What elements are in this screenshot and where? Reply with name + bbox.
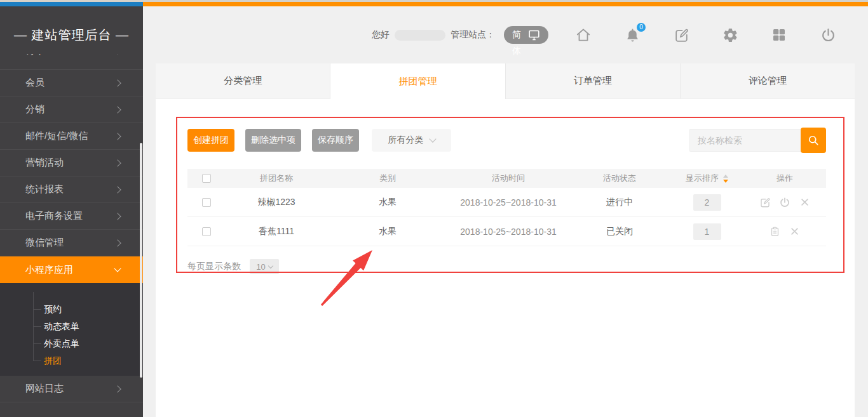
header-icon-group: 0 bbox=[575, 27, 836, 43]
column-header-category: 类别 bbox=[327, 173, 448, 184]
sort-value-field[interactable]: 2 bbox=[693, 194, 721, 211]
sort-value-field[interactable]: 1 bbox=[693, 223, 721, 240]
delete-action-button[interactable] bbox=[789, 226, 801, 237]
greeting-text: 您好 bbox=[372, 29, 390, 41]
close-icon bbox=[790, 227, 799, 236]
tab-label: 订单管理 bbox=[574, 75, 612, 87]
sidebar-subitem-takeout-ordering[interactable]: 外卖点单 bbox=[0, 335, 143, 352]
select-all-checkbox[interactable] bbox=[202, 174, 211, 183]
sidebar-item-reports[interactable]: 统计报表 bbox=[0, 176, 143, 203]
chevron-right-icon bbox=[114, 54, 121, 55]
cell-name: 辣椒1223 bbox=[226, 197, 327, 208]
cell-category: 水果 bbox=[327, 197, 448, 208]
row-checkbox[interactable] bbox=[202, 227, 211, 236]
table-row: 辣椒1223 水果 2018-10-25~2018-10-31 进行中 2 bbox=[187, 188, 826, 217]
sidebar-item-mail-sms-wechat[interactable]: 邮件/短信/微信 bbox=[0, 123, 143, 150]
sidebar-item-label: 营销活动 bbox=[25, 157, 64, 169]
monitor-icon bbox=[528, 30, 540, 41]
table-header-row: 拼团名称 类别 活动时间 活动状态 显示排序 操作 bbox=[187, 169, 826, 188]
language-label: 简 bbox=[512, 29, 521, 41]
tab-groupbuy-management[interactable]: 拼团管理 bbox=[330, 63, 505, 99]
sort-toggle[interactable] bbox=[723, 175, 728, 183]
save-order-button[interactable]: 保存顺序 bbox=[312, 129, 359, 152]
delete-selected-button[interactable]: 删除选中项 bbox=[245, 129, 301, 152]
gear-icon bbox=[722, 27, 738, 43]
page-size-value: 10 bbox=[256, 262, 265, 272]
column-header-status: 活动状态 bbox=[569, 173, 670, 184]
row-checkbox[interactable] bbox=[202, 198, 211, 207]
subitem-label: 拼团 bbox=[44, 355, 62, 366]
sidebar-item-site-logs[interactable]: 网站日志 bbox=[0, 376, 143, 402]
tab-comment-management[interactable]: 评论管理 bbox=[681, 63, 855, 99]
sidebar-item-ecommerce-settings[interactable]: 电子商务设置 bbox=[0, 203, 143, 230]
sidebar-scrollbar[interactable] bbox=[140, 143, 142, 378]
chevron-right-icon bbox=[114, 385, 121, 392]
language-switcher[interactable]: 简 体 bbox=[504, 26, 548, 44]
create-groupbuy-button[interactable]: 创建拼团 bbox=[187, 129, 234, 152]
cell-status: 已关闭 bbox=[569, 226, 670, 237]
toggle-status-action-button[interactable] bbox=[779, 197, 790, 208]
sidebar-item-marketing[interactable]: 营销活动 bbox=[0, 150, 143, 176]
search-group bbox=[689, 128, 826, 153]
sidebar-item-label: 统计报表 bbox=[25, 183, 64, 195]
sidebar-subitem-groupbuy[interactable]: 拼团 bbox=[0, 352, 143, 369]
app-title: — 建站管理后台 — bbox=[0, 6, 143, 44]
pagination-bar: 每页显示条数 10 bbox=[187, 259, 826, 274]
sidebar-item-members[interactable]: 会员 bbox=[0, 70, 143, 96]
select-all-cell bbox=[187, 174, 226, 183]
chevron-down-icon bbox=[114, 265, 121, 272]
copy-action-button[interactable] bbox=[770, 226, 781, 237]
cell-time: 2018-10-25~2018-10-31 bbox=[448, 227, 569, 237]
notifications-button[interactable]: 0 bbox=[624, 27, 641, 43]
language-pill[interactable]: 简 bbox=[504, 26, 548, 44]
sidebar-item-distribution[interactable]: 分销 bbox=[0, 96, 143, 123]
close-icon bbox=[800, 197, 810, 207]
sidebar-item-label: 电子商务设置 bbox=[25, 210, 83, 222]
sort-down-icon bbox=[723, 180, 728, 183]
category-filter-value: 所有分类 bbox=[388, 135, 424, 146]
groupbuy-table: 拼团名称 类别 活动时间 活动状态 显示排序 操作 辣椒1223 水果 2018… bbox=[187, 169, 826, 246]
chevron-right-icon bbox=[114, 159, 121, 166]
cell-actions bbox=[743, 197, 826, 208]
top-bar-blue-segment bbox=[0, 2, 143, 6]
language-label-wrapped: 体 bbox=[512, 46, 521, 57]
apps-button[interactable] bbox=[771, 27, 787, 43]
chevron-right-icon bbox=[114, 133, 121, 140]
sidebar-subitem-booking[interactable]: 预约 bbox=[0, 301, 143, 318]
search-button[interactable] bbox=[801, 128, 826, 153]
page-size-dropdown[interactable]: 10 bbox=[250, 259, 279, 274]
sidebar-item-label: 微信管理 bbox=[25, 237, 64, 249]
sidebar-item-miniprogram-apps[interactable]: 小程序应用 bbox=[0, 256, 143, 283]
top-color-bar bbox=[0, 0, 868, 6]
tab-label: 拼团管理 bbox=[398, 76, 437, 88]
sidebar-item-label: 网站日志 bbox=[25, 383, 64, 395]
toolbar: 创建拼团 删除选中项 保存顺序 所有分类 bbox=[187, 128, 826, 153]
managed-site-label: 管理站点： bbox=[451, 29, 495, 41]
settings-button[interactable] bbox=[722, 27, 738, 43]
logout-button[interactable] bbox=[820, 27, 836, 43]
category-filter-dropdown[interactable]: 所有分类 bbox=[372, 129, 451, 152]
sidebar-item-orders[interactable]: 订单 bbox=[0, 54, 143, 70]
chevron-right-icon bbox=[114, 79, 121, 86]
subitem-label: 预约 bbox=[44, 304, 62, 314]
home-button[interactable] bbox=[575, 27, 592, 43]
edit-action-button[interactable] bbox=[759, 197, 771, 208]
sidebar-item-wechat-management[interactable]: 微信管理 bbox=[0, 230, 143, 256]
cell-sort: 2 bbox=[670, 194, 743, 211]
sidebar-subitem-dynamic-forms[interactable]: 动态表单 bbox=[0, 318, 143, 335]
delete-action-button[interactable] bbox=[799, 197, 810, 208]
tab-category-management[interactable]: 分类管理 bbox=[156, 63, 330, 99]
column-header-name: 拼团名称 bbox=[226, 173, 327, 184]
sidebar-item-label: 订单 bbox=[25, 54, 44, 57]
subitem-label: 动态表单 bbox=[44, 321, 79, 331]
sidebar-nav: 订单 会员 分销 邮件/短信/微信 营销活动 统计报表 电子商务设置 bbox=[0, 54, 143, 402]
compose-button[interactable] bbox=[673, 27, 689, 43]
tab-label: 分类管理 bbox=[224, 75, 262, 87]
tab-order-management[interactable]: 订单管理 bbox=[506, 63, 681, 99]
search-input[interactable] bbox=[689, 129, 801, 152]
cell-status: 进行中 bbox=[569, 197, 670, 208]
notification-badge: 0 bbox=[637, 23, 646, 32]
grid-icon bbox=[771, 27, 787, 43]
chevron-down-icon bbox=[268, 263, 273, 268]
cell-actions bbox=[743, 226, 826, 237]
